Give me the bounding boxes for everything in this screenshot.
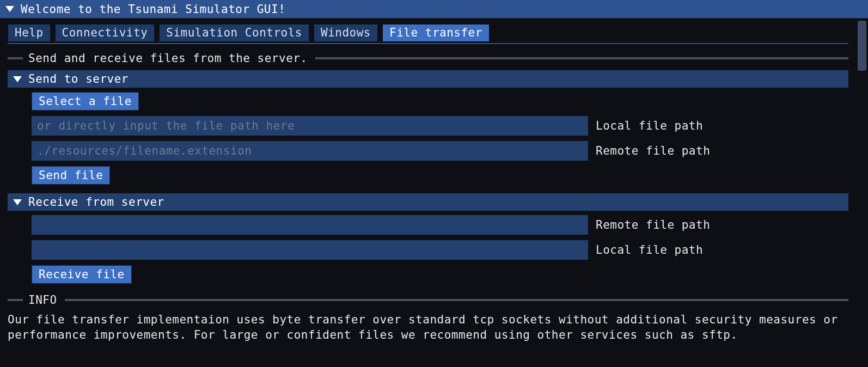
info-header: INFO <box>28 293 57 307</box>
window-titlebar[interactable]: Welcome to the Tsunami Simulator GUI! <box>0 0 868 19</box>
info-text: Our file transfer implementaion uses byt… <box>8 312 848 343</box>
scrollbar-thumb[interactable] <box>858 21 866 71</box>
receive-file-button[interactable]: Receive file <box>32 265 132 284</box>
content-wrap: Help Connectivity Simulation Controls Wi… <box>0 19 868 367</box>
send-remote-path-label: Remote file path <box>596 144 710 157</box>
app-window: Welcome to the Tsunami Simulator GUI! He… <box>0 0 868 367</box>
select-file-button[interactable]: Select a file <box>32 92 139 111</box>
tab-bar: Help Connectivity Simulation Controls Wi… <box>8 24 848 42</box>
tab-windows[interactable]: Windows <box>314 24 378 42</box>
receive-local-path-label: Local file path <box>596 243 703 256</box>
send-section-header[interactable]: Send to server <box>8 70 848 88</box>
send-section-title: Send to server <box>28 72 129 85</box>
receive-section-header[interactable]: Receive from server <box>8 193 848 211</box>
send-remote-path-input[interactable] <box>32 141 588 161</box>
receive-remote-path-label: Remote file path <box>596 218 710 231</box>
vertical-scrollbar[interactable] <box>856 19 868 367</box>
send-section-body: Select a file Local file path Remote fil… <box>32 92 843 190</box>
send-file-button[interactable]: Send file <box>32 166 110 185</box>
window-title: Welcome to the Tsunami Simulator GUI! <box>21 3 285 16</box>
receive-remote-path-input[interactable] <box>32 215 588 235</box>
content-area: Help Connectivity Simulation Controls Wi… <box>0 19 856 367</box>
receive-section-title: Receive from server <box>28 195 164 209</box>
tab-help[interactable]: Help <box>8 24 51 42</box>
tab-connectivity[interactable]: Connectivity <box>55 24 155 42</box>
separator-line-icon <box>8 299 23 301</box>
info-separator: INFO <box>8 293 848 307</box>
send-local-path-input[interactable] <box>32 116 588 136</box>
tab-simulation-controls[interactable]: Simulation Controls <box>159 24 309 42</box>
receive-local-path-input[interactable] <box>32 240 588 260</box>
chevron-down-icon <box>13 76 22 82</box>
section-separator: Send and receive files from the server. <box>8 52 848 65</box>
receive-section-body: Remote file path Local file path Receive… <box>32 215 843 289</box>
tab-underline <box>8 43 848 44</box>
separator-line-icon <box>8 57 23 59</box>
send-local-path-label: Local file path <box>596 119 703 132</box>
collapse-icon <box>5 6 14 12</box>
receive-local-row: Local file path <box>32 240 843 260</box>
chevron-down-icon <box>13 199 22 205</box>
tab-file-transfer[interactable]: File transfer <box>382 24 490 42</box>
separator-line-icon <box>65 299 848 301</box>
separator-line-icon <box>315 57 848 59</box>
send-remote-row: Remote file path <box>32 141 843 161</box>
section-description: Send and receive files from the server. <box>28 52 308 65</box>
receive-remote-row: Remote file path <box>32 215 843 235</box>
send-local-row: Local file path <box>32 116 843 136</box>
